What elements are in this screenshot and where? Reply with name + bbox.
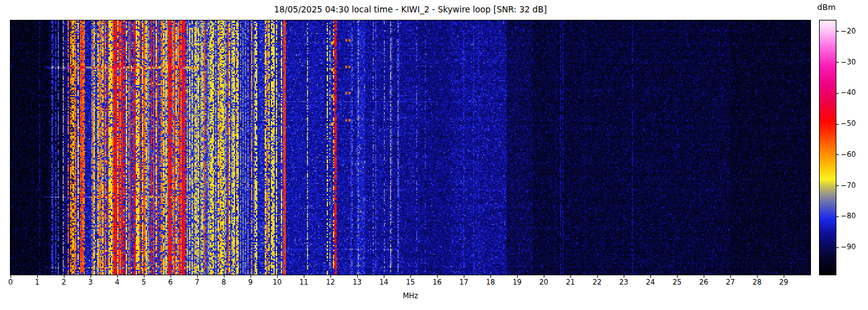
x-tick-label: 8	[211, 278, 236, 286]
colorbar	[819, 20, 836, 275]
x-tick-label: 3	[78, 278, 103, 286]
x-tick-label: 15	[398, 278, 423, 286]
x-tick-label: 26	[691, 278, 716, 286]
plot-title: 18/05/2025 04:30 local time - KIWI_2 - S…	[11, 4, 810, 14]
colorbar-tick-mark	[836, 62, 839, 63]
x-tick-label: 0	[0, 278, 23, 286]
colorbar-tick-label: −70	[841, 181, 856, 190]
colorbar-gradient	[820, 20, 836, 275]
x-tick-label: 16	[425, 278, 450, 286]
colorbar-tick-label: −80	[841, 211, 856, 221]
colorbar-tick-mark	[836, 216, 839, 217]
x-tick-label: 13	[345, 278, 370, 286]
x-tick-label: 2	[51, 278, 76, 286]
x-tick-label: 27	[718, 278, 743, 286]
x-tick-label: 18	[478, 278, 503, 286]
x-tick-label: 19	[505, 278, 529, 286]
colorbar-tick-label: −30	[841, 58, 856, 67]
x-tick-label: 6	[158, 278, 183, 286]
spectrogram-figure: 18/05/2025 04:30 local time - KIWI_2 - S…	[0, 0, 868, 310]
colorbar-tick-mark	[836, 93, 839, 94]
colorbar-tick-label: −90	[841, 242, 856, 252]
colorbar-tick-mark	[836, 247, 839, 248]
x-tick-label: 17	[451, 278, 476, 286]
x-tick-label: 4	[105, 278, 130, 286]
x-tick-label: 23	[611, 278, 636, 286]
x-tick-label: 10	[265, 278, 290, 286]
x-tick-label: 29	[771, 278, 796, 286]
x-tick-label: 5	[131, 278, 156, 286]
colorbar-tick-label: −60	[841, 150, 856, 159]
x-tick-label: 24	[638, 278, 663, 286]
colorbar-tick-mark	[836, 124, 839, 125]
x-tick-label: 9	[238, 278, 263, 286]
x-tick-label: 28	[745, 278, 769, 286]
x-tick-label: 25	[665, 278, 689, 286]
waterfall-canvas	[11, 20, 810, 275]
colorbar-tick-mark	[836, 185, 839, 186]
colorbar-tick-mark	[836, 154, 839, 155]
x-tick-label: 12	[318, 278, 343, 286]
colorbar-tick-label: −40	[841, 88, 856, 97]
plot-area	[10, 20, 811, 275]
x-tick-label: 21	[558, 278, 583, 286]
x-tick-label: 7	[185, 278, 210, 286]
colorbar-tick-label: −50	[841, 119, 856, 128]
x-tick-label: 14	[371, 278, 396, 286]
x-axis-label: MHz	[11, 291, 810, 300]
x-tick-label: 11	[291, 278, 316, 286]
colorbar-tick-mark	[836, 31, 839, 32]
x-tick-label: 1	[25, 278, 50, 286]
colorbar-unit-label: dBm	[808, 2, 845, 12]
colorbar-tick-label: −20	[841, 27, 856, 36]
x-tick-label: 22	[585, 278, 609, 286]
x-tick-label: 20	[531, 278, 556, 286]
